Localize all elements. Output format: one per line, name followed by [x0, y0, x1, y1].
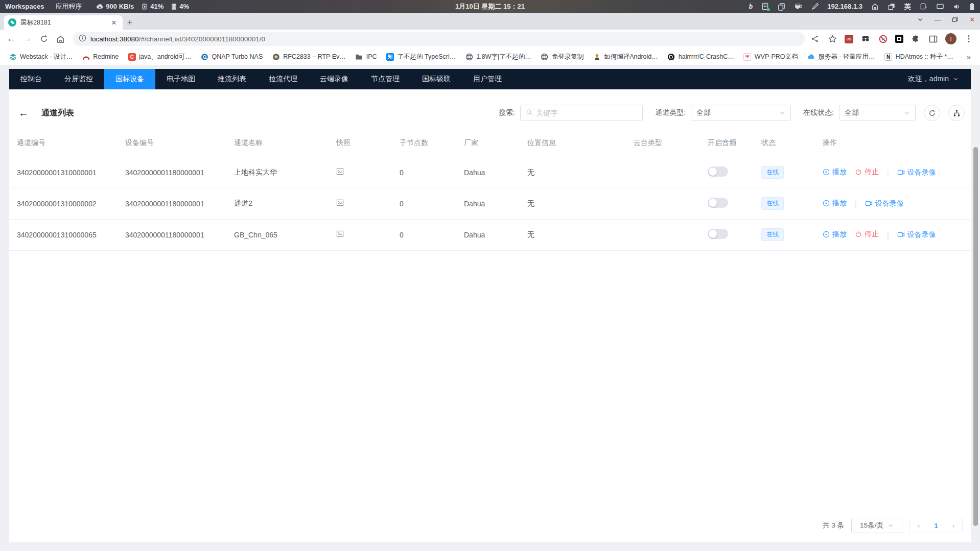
- bing-tray-icon[interactable]: b: [749, 2, 753, 11]
- back-icon[interactable]: ←: [4, 32, 18, 46]
- notes-tray-icon[interactable]: [761, 3, 769, 10]
- address-bar[interactable]: localhost:38080/#/channelList/3402000000…: [73, 32, 805, 46]
- nav-tab-4[interactable]: 推流列表: [206, 69, 258, 89]
- home-icon[interactable]: [53, 32, 67, 46]
- nav-tab-6[interactable]: 云端录像: [309, 69, 360, 89]
- volume-tray-icon[interactable]: [953, 3, 961, 10]
- layers-icon: [9, 53, 17, 61]
- current-page[interactable]: 1: [927, 518, 945, 533]
- bookmark-item[interactable]: hairrrrr/C-CrashC…: [664, 51, 738, 62]
- window-close-icon[interactable]: ✕: [968, 15, 977, 24]
- profile-avatar[interactable]: I: [945, 33, 956, 44]
- coffee-tray-icon[interactable]: [794, 3, 802, 10]
- play-action-link[interactable]: 播放: [823, 230, 847, 239]
- record-action-link[interactable]: 设备录像: [865, 199, 904, 208]
- record-action-link[interactable]: 设备录像: [897, 168, 936, 177]
- new-tab-button[interactable]: +: [123, 15, 137, 30]
- cell-actions: 播放停止|设备录像: [815, 157, 971, 188]
- share-icon[interactable]: [810, 34, 820, 44]
- info-icon[interactable]: [79, 34, 86, 43]
- next-page-button[interactable]: ›: [945, 518, 962, 533]
- home-tray-icon[interactable]: [871, 3, 879, 10]
- bookmark-item[interactable]: 免登录复制: [537, 51, 588, 63]
- display-tray-icon[interactable]: [936, 3, 944, 10]
- incognito-extension-icon[interactable]: [860, 34, 871, 44]
- page-scrollbar-thumb[interactable]: [973, 147, 978, 526]
- clock[interactable]: 1月10日 星期二 15：21: [455, 2, 525, 11]
- side-panel-icon[interactable]: [928, 34, 938, 44]
- prev-page-button[interactable]: ‹: [910, 518, 927, 533]
- browser-tab[interactable]: 国标28181 ✕: [4, 15, 123, 30]
- cell-snapshot: [329, 157, 392, 188]
- nav-tab-0[interactable]: 控制台: [9, 69, 53, 89]
- stop-action-link[interactable]: 停止: [855, 167, 879, 177]
- input-language-indicator[interactable]: 英: [904, 2, 911, 11]
- toggle-knob: [709, 199, 717, 207]
- nav-tab-9[interactable]: 用户管理: [462, 69, 513, 89]
- window-restore-icon[interactable]: [950, 15, 960, 24]
- forward-icon[interactable]: →: [20, 32, 35, 46]
- pen-tray-icon[interactable]: [811, 3, 819, 10]
- cell-audio: [700, 157, 754, 188]
- windows-tray-icon[interactable]: [888, 3, 896, 10]
- tab-close-icon[interactable]: ✕: [109, 18, 119, 27]
- cell-channel-id: 34020000001310000001: [9, 157, 118, 188]
- bookmark-item[interactable]: 知了不起的 TypeScri…: [383, 51, 460, 63]
- bookmark-item[interactable]: 1.8W字|了不起的…: [461, 51, 534, 63]
- column-header: 通道编号: [9, 129, 118, 157]
- bookmark-item[interactable]: 如何编译Android…: [589, 51, 662, 63]
- bookmark-item[interactable]: ΨWVP-PRO文档: [740, 51, 802, 63]
- workspaces-button[interactable]: Workspaces: [5, 3, 44, 10]
- window-minimize-icon[interactable]: —: [933, 15, 942, 24]
- column-header: 设备编号: [118, 129, 226, 157]
- window-chevron-icon[interactable]: [916, 15, 925, 24]
- nav-tab-1[interactable]: 分屏监控: [53, 69, 104, 89]
- clipboard-tray-icon[interactable]: [778, 3, 785, 11]
- snapshot-image-icon[interactable]: [336, 230, 344, 237]
- nav-tab-8[interactable]: 国标级联: [411, 69, 462, 89]
- nav-tab-2[interactable]: 国标设备: [104, 69, 155, 89]
- bookmark-item[interactable]: IPC: [352, 51, 381, 62]
- play-action-link[interactable]: 播放: [823, 199, 847, 208]
- bookmark-item[interactable]: RFC2833 – RTP Ev…: [268, 51, 349, 62]
- bookmarks-overflow-button[interactable]: »: [963, 53, 975, 61]
- audio-toggle[interactable]: [708, 166, 728, 177]
- tree-view-button[interactable]: [948, 105, 965, 121]
- tablet-tray-icon[interactable]: [920, 3, 927, 10]
- bookmark-item[interactable]: Webstack - 设计…: [5, 51, 76, 63]
- extensions-puzzle-icon[interactable]: [911, 34, 921, 44]
- stop-action-link[interactable]: 停止: [855, 230, 879, 239]
- bookmark-item[interactable]: QNAP Turbo NAS: [197, 51, 266, 62]
- bookmark-item[interactable]: Redmine: [78, 51, 122, 62]
- back-arrow-button[interactable]: ←: [16, 107, 31, 119]
- nav-tab-3[interactable]: 电子地图: [155, 69, 206, 89]
- reload-icon[interactable]: [37, 32, 51, 46]
- cloud-download-icon: [96, 3, 104, 10]
- js-extension-icon[interactable]: JS: [845, 35, 853, 43]
- browser-menu-icon[interactable]: [964, 34, 974, 44]
- refresh-button[interactable]: [924, 105, 940, 121]
- applications-menu[interactable]: 应用程序: [55, 2, 82, 11]
- ip-address-indicator[interactable]: 192.168.1.3: [827, 3, 862, 10]
- bookmark-item[interactable]: NHDAtmos :: 种子 *…: [881, 51, 957, 63]
- battery-tray-icon[interactable]: [969, 3, 975, 11]
- bookmark-item[interactable]: 服务器 - 轻量应用…: [804, 51, 879, 63]
- record-action-link[interactable]: 设备录像: [897, 230, 936, 239]
- snapshot-image-icon[interactable]: [336, 168, 344, 175]
- blocker-extension-icon[interactable]: [878, 34, 888, 44]
- search-input[interactable]: [536, 109, 637, 117]
- audio-toggle[interactable]: [708, 229, 728, 239]
- play-action-link[interactable]: 播放: [823, 167, 847, 177]
- channel-type-select[interactable]: 全部: [691, 105, 791, 121]
- snapshot-image-icon[interactable]: [336, 199, 344, 206]
- audio-toggle[interactable]: [708, 198, 728, 208]
- globe-icon: [465, 53, 473, 61]
- online-status-select[interactable]: 全部: [839, 105, 916, 121]
- bookmark-item[interactable]: Cjava、android可…: [124, 51, 195, 63]
- bookmark-star-icon[interactable]: [827, 34, 837, 44]
- user-menu[interactable]: 欢迎，admin: [908, 75, 971, 84]
- page-size-select[interactable]: 15条/页: [851, 518, 902, 533]
- nav-tab-7[interactable]: 节点管理: [360, 69, 411, 89]
- nav-tab-5[interactable]: 拉流代理: [258, 69, 309, 89]
- square-extension-icon[interactable]: [895, 35, 903, 43]
